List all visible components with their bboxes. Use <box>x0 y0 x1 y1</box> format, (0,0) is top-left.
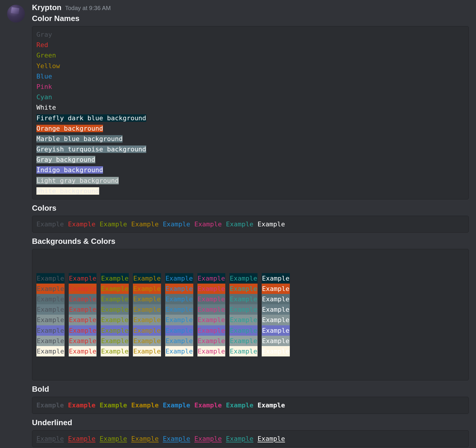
example-bg0-fg6: Example <box>229 273 258 284</box>
example-bg4-fg5: Example <box>197 315 226 325</box>
example-bg6-fg6: Example <box>229 336 258 346</box>
bgcolor-row: ExampleExampleExampleExampleExampleExamp… <box>36 294 464 304</box>
color-name-line: Blue <box>36 71 464 81</box>
color-name-token: Cyan <box>36 93 52 101</box>
example-bg2-fg1: Example <box>69 294 97 304</box>
codeblock-colors[interactable]: ExampleExampleExampleExampleExampleExamp… <box>32 216 469 233</box>
example-bg4-fg2: Example <box>101 315 129 325</box>
color-name-line: Red <box>36 40 464 50</box>
example-bg1-fg0: Example <box>36 284 65 294</box>
example-fg0: Example <box>36 401 64 409</box>
example-bg1-fg6: Example <box>229 284 258 294</box>
heading-colors: Colors <box>32 204 469 213</box>
message-header: Krypton Today at 9:36 AM <box>32 3 469 12</box>
example-bg4-fg7: Example <box>262 315 290 325</box>
example-bg3-fg7: Example <box>262 304 290 315</box>
color-name-line: White background <box>36 186 464 196</box>
example-bg7-fg2: Example <box>101 346 129 356</box>
heading-color-names: Color Names <box>32 14 469 23</box>
example-bg4-fg3: Example <box>133 315 161 325</box>
color-name-token: Blue <box>36 73 52 80</box>
color-name-token: Greyish turquoise background <box>36 145 146 153</box>
codeblock-bold[interactable]: ExampleExampleExampleExampleExampleExamp… <box>32 397 469 414</box>
example-bg4-fg0: Example <box>36 315 65 325</box>
color-name-line: Light gray background <box>36 175 464 186</box>
example-fg3: Example <box>131 401 159 409</box>
example-bg5-fg0: Example <box>36 325 65 336</box>
heading-bold: Bold <box>32 385 469 394</box>
example-fg3: Example <box>131 220 159 228</box>
codeblock-color-names[interactable]: GrayRedGreenYellowBluePinkCyanWhiteFiref… <box>32 26 469 199</box>
bgcolor-row: ExampleExampleExampleExampleExampleExamp… <box>36 336 464 346</box>
example-bg6-fg7: Example <box>262 336 290 346</box>
example-bg5-fg4: Example <box>165 325 193 336</box>
example-bg2-fg2: Example <box>101 294 129 304</box>
example-bg3-fg6: Example <box>229 304 258 315</box>
example-bg7-fg6: Example <box>229 346 258 356</box>
example-bg0-fg2: Example <box>101 273 129 284</box>
example-bg6-fg4: Example <box>165 336 193 346</box>
example-bg5-fg2: Example <box>101 325 129 336</box>
example-fg5: Example <box>194 401 222 409</box>
example-bg1-fg4: Example <box>165 284 193 294</box>
avatar[interactable] <box>7 5 25 23</box>
bgcolor-row: ExampleExampleExampleExampleExampleExamp… <box>36 315 464 325</box>
example-bg1-fg5: Example <box>197 284 226 294</box>
color-name-token: Gray background <box>36 156 95 163</box>
example-bg6-fg0: Example <box>36 336 65 346</box>
example-bg7-fg7: Example <box>262 346 290 356</box>
color-name-token: Red <box>36 41 48 49</box>
example-fg5: Example <box>194 220 222 228</box>
codeblock-underlined[interactable]: ExampleExampleExampleExampleExampleExamp… <box>32 430 469 447</box>
example-bg7-fg1: Example <box>69 346 97 356</box>
example-fg6: Example <box>226 435 253 442</box>
color-name-line: Green <box>36 50 464 60</box>
example-bg2-fg0: Example <box>36 294 65 304</box>
example-fg2: Example <box>99 435 127 442</box>
example-fg7: Example <box>258 435 285 442</box>
example-bg0-fg4: Example <box>165 273 193 284</box>
example-bg1-fg2: Example <box>101 284 129 294</box>
example-bg4-fg6: Example <box>229 315 258 325</box>
example-fg2: Example <box>99 220 127 228</box>
author-name[interactable]: Krypton <box>32 3 62 12</box>
color-name-token: White background <box>36 187 99 195</box>
example-bg3-fg1: Example <box>69 304 97 315</box>
color-name-token: Pink <box>36 83 52 90</box>
example-bg2-fg6: Example <box>229 294 258 304</box>
example-fg0: Example <box>36 220 64 228</box>
example-bg5-fg6: Example <box>229 325 258 336</box>
example-fg1: Example <box>68 220 96 228</box>
codeblock-bg-colors[interactable]: ExampleExampleExampleExampleExampleExamp… <box>32 249 469 380</box>
example-bg6-fg1: Example <box>69 336 97 346</box>
example-bg3-fg5: Example <box>197 304 226 315</box>
example-bg5-fg3: Example <box>133 325 161 336</box>
color-name-token: Marble blue background <box>36 135 123 143</box>
color-name-token: Light gray background <box>36 177 119 184</box>
bgcolor-row: ExampleExampleExampleExampleExampleExamp… <box>36 325 464 336</box>
color-name-line: Gray background <box>36 154 464 165</box>
color-name-line: White <box>36 102 464 113</box>
color-name-line: Marble blue background <box>36 134 464 144</box>
message-content: Krypton Today at 9:36 AM Color Names Gra… <box>32 3 469 448</box>
example-fg7: Example <box>258 220 285 228</box>
color-name-line: Cyan <box>36 92 464 102</box>
example-bg0-fg7: Example <box>262 273 290 284</box>
example-fg1: Example <box>68 435 96 442</box>
example-fg6: Example <box>226 220 253 228</box>
heading-bg-colors: Backgrounds & Colors <box>32 237 469 246</box>
example-bg7-fg0: Example <box>36 346 65 356</box>
color-name-line: Indigo background <box>36 165 464 175</box>
bgcolor-row: ExampleExampleExampleExampleExampleExamp… <box>36 284 464 294</box>
example-fg0: Example <box>36 435 64 442</box>
bgcolor-row: ExampleExampleExampleExampleExampleExamp… <box>36 273 464 284</box>
bgcolor-row: ExampleExampleExampleExampleExampleExamp… <box>36 304 464 315</box>
color-name-token: Indigo background <box>36 166 103 174</box>
example-bg0-fg5: Example <box>197 273 226 284</box>
color-name-token: Orange background <box>36 125 103 132</box>
example-bg1-fg1: Example <box>69 284 97 294</box>
message-timestamp: Today at 9:36 AM <box>65 5 111 12</box>
color-name-line: Firefly dark blue background <box>36 113 464 123</box>
example-fg4: Example <box>163 220 190 228</box>
color-name-token: Firefly dark blue background <box>36 114 146 122</box>
